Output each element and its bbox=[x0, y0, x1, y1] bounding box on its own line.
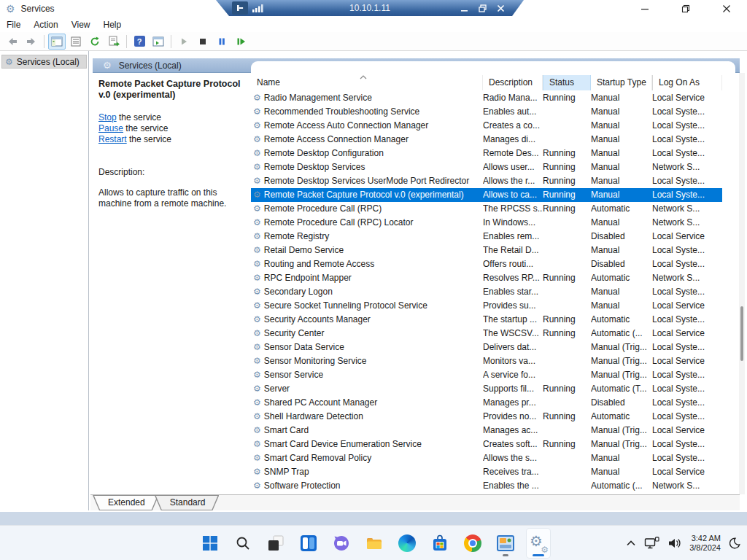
tree-item-services-local[interactable]: Services (Local) bbox=[1, 55, 87, 69]
menu-file[interactable]: File bbox=[0, 18, 27, 31]
service-status-cell bbox=[543, 105, 591, 119]
table-row[interactable]: Routing and Remote Access Offers routi..… bbox=[251, 257, 722, 271]
extended-view-button[interactable] bbox=[150, 34, 167, 50]
back-button[interactable] bbox=[4, 34, 21, 50]
export-list-button[interactable] bbox=[105, 34, 123, 50]
file-explorer-button[interactable] bbox=[363, 529, 386, 558]
tray-chevron-up-icon[interactable] bbox=[625, 538, 637, 548]
table-row[interactable]: Server Supports fil... Running Automatic… bbox=[251, 382, 722, 396]
column-header-startup-type[interactable]: Startup Type bbox=[591, 75, 652, 90]
table-row[interactable]: Shell Hardware Detection Provides no... … bbox=[251, 410, 722, 424]
table-row[interactable]: Sensor Monitoring Service Monitors va...… bbox=[251, 354, 722, 368]
service-gear-icon bbox=[253, 451, 261, 465]
service-gear-icon bbox=[253, 382, 261, 396]
table-row[interactable]: Sensor Data Service Delivers dat... Manu… bbox=[251, 341, 722, 354]
table-row[interactable]: RPC Endpoint Mapper Resolves RP... Runni… bbox=[251, 271, 722, 285]
services-taskbar-button[interactable] bbox=[527, 529, 550, 558]
widgets-button[interactable] bbox=[297, 529, 320, 558]
table-row[interactable]: Security Accounts Manager The startup ..… bbox=[251, 313, 722, 327]
table-row[interactable]: SNMP Trap Receives tra... Manual Local S… bbox=[251, 465, 722, 479]
table-row[interactable]: Remote Access Auto Connection Manager Cr… bbox=[251, 119, 722, 133]
rdp-restore-button[interactable] bbox=[479, 4, 487, 12]
chat-icon bbox=[333, 534, 350, 552]
table-row[interactable]: Secure Socket Tunneling Protocol Service… bbox=[251, 299, 722, 313]
do-not-disturb-moon-icon[interactable] bbox=[728, 537, 741, 550]
scrollbar-thumb[interactable] bbox=[740, 306, 743, 361]
vertical-scrollbar[interactable] bbox=[739, 73, 745, 494]
service-description-cell: The Retail D... bbox=[483, 244, 543, 257]
table-row[interactable]: Shared PC Account Manager Manages pr... … bbox=[251, 396, 722, 410]
table-row[interactable]: Secondary Logon Enables star... Manual L… bbox=[251, 285, 722, 299]
table-row[interactable]: Security Center The WSCSV... Running Aut… bbox=[251, 327, 722, 341]
network-icon[interactable] bbox=[644, 537, 660, 550]
service-name: Remote Desktop Services UserMode Port Re… bbox=[264, 174, 472, 188]
table-row[interactable]: Smart Card Removal Policy Allows the s..… bbox=[251, 451, 722, 465]
table-row[interactable]: Remote Packet Capture Protocol v.0 (expe… bbox=[251, 188, 722, 202]
table-row[interactable]: Remote Access Connection Manager Manages… bbox=[251, 133, 722, 147]
service-description-cell: Enables star... bbox=[483, 285, 543, 299]
vm-viewer-button[interactable] bbox=[494, 529, 517, 558]
minimize-button[interactable] bbox=[624, 0, 665, 18]
chat-button[interactable] bbox=[330, 529, 353, 558]
show-console-tree-button[interactable] bbox=[48, 34, 66, 50]
service-status-cell: Running bbox=[543, 382, 591, 396]
table-row[interactable]: Remote Registry Enables rem... Disabled … bbox=[251, 230, 722, 244]
service-gear-icon bbox=[253, 160, 261, 174]
edge-button[interactable] bbox=[395, 529, 419, 558]
table-row[interactable]: Smart Card Manages ac... Manual (Trig...… bbox=[251, 424, 722, 438]
action-line: Pause the service bbox=[98, 123, 244, 134]
table-row[interactable]: Radio Management Service Radio Mana... R… bbox=[251, 91, 722, 105]
menu-view[interactable]: View bbox=[65, 18, 97, 31]
table-row[interactable]: Remote Desktop Configuration Remote Des.… bbox=[251, 147, 722, 160]
rdp-close-button[interactable] bbox=[497, 4, 505, 12]
taskbar-clock[interactable]: 3:42 AM 3/8/2024 bbox=[689, 534, 721, 553]
menu-help[interactable]: Help bbox=[97, 18, 128, 31]
table-row[interactable]: Software Protection Enables the ... Auto… bbox=[251, 479, 722, 493]
stop-service-button[interactable] bbox=[194, 34, 212, 50]
start-button[interactable] bbox=[198, 529, 222, 558]
column-header-name[interactable]: Name bbox=[251, 75, 483, 90]
column-header-description[interactable]: Description bbox=[483, 75, 543, 90]
restart-service-button[interactable] bbox=[232, 34, 249, 50]
table-row[interactable]: Sensor Service A service fo... Manual (T… bbox=[251, 368, 722, 382]
table-row[interactable]: Remote Procedure Call (RPC) The RPCSS s.… bbox=[251, 202, 722, 216]
stop-service-link[interactable]: Stop bbox=[98, 112, 117, 122]
rdp-connection-bar[interactable]: 10.10.1.11 bbox=[216, 0, 524, 16]
help-button[interactable]: ? bbox=[131, 34, 148, 50]
service-status-cell bbox=[543, 424, 591, 438]
service-startup-cell: Manual bbox=[591, 147, 652, 160]
table-row[interactable]: Remote Desktop Services UserMode Port Re… bbox=[251, 174, 722, 188]
service-description-cell: A service fo... bbox=[483, 368, 543, 382]
column-header-status[interactable]: Status bbox=[543, 75, 591, 90]
close-button[interactable] bbox=[706, 0, 747, 18]
refresh-button[interactable] bbox=[86, 34, 104, 50]
properties-button[interactable] bbox=[67, 34, 85, 50]
table-row[interactable]: Retail Demo Service The Retail D... Manu… bbox=[251, 244, 722, 257]
menu-action[interactable]: Action bbox=[27, 18, 64, 31]
start-service-button[interactable] bbox=[175, 34, 193, 50]
pause-service-button[interactable] bbox=[213, 34, 231, 50]
table-row[interactable]: Remote Desktop Services Allows user... R… bbox=[251, 160, 722, 174]
restore-button[interactable] bbox=[665, 0, 706, 18]
volume-icon[interactable] bbox=[667, 537, 682, 549]
table-row[interactable]: Smart Card Device Enumeration Service Cr… bbox=[251, 438, 722, 451]
table-row[interactable]: Recommended Troubleshooting Service Enab… bbox=[251, 105, 722, 119]
tab-standard[interactable]: Standard bbox=[155, 495, 220, 510]
service-name: Remote Registry bbox=[264, 230, 332, 244]
service-description-cell: The WSCSV... bbox=[483, 327, 543, 341]
rdp-minimize-button[interactable] bbox=[460, 4, 468, 12]
tab-extended[interactable]: Extended bbox=[93, 495, 159, 510]
table-row[interactable]: Remote Procedure Call (RPC) Locator In W… bbox=[251, 216, 722, 230]
search-button[interactable] bbox=[231, 529, 255, 558]
pause-service-link[interactable]: Pause bbox=[98, 123, 123, 133]
chrome-button[interactable] bbox=[461, 529, 484, 558]
forward-button[interactable] bbox=[23, 34, 40, 50]
service-gear-icon bbox=[253, 354, 261, 368]
restart-service-link[interactable]: Restart bbox=[98, 134, 127, 144]
service-description-cell: Allows the s... bbox=[483, 451, 543, 465]
service-name: Shared PC Account Manager bbox=[264, 396, 380, 410]
task-view-button[interactable] bbox=[264, 529, 287, 558]
microsoft-store-button[interactable] bbox=[428, 529, 452, 558]
service-logon-cell: Local Syste... bbox=[652, 133, 722, 147]
column-header-log-on-as[interactable]: Log On As bbox=[652, 75, 722, 90]
